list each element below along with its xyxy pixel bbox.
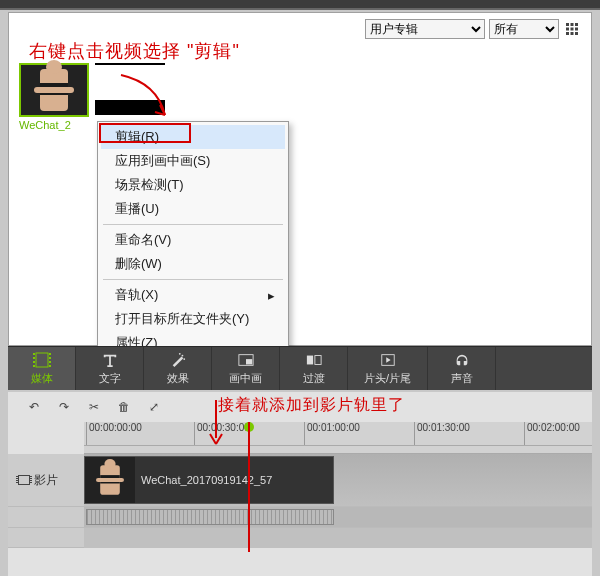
svg-rect-11 [33, 357, 35, 359]
svg-rect-2 [575, 23, 578, 26]
module-toolbar: 媒体 文字 效果 画中画 过渡 片头/片尾 声音 [8, 346, 592, 390]
audio-track [8, 507, 592, 528]
svg-rect-16 [49, 361, 51, 363]
video-clip[interactable]: WeChat_20170919142_57 [84, 456, 334, 504]
svg-rect-17 [49, 365, 51, 367]
svg-rect-13 [33, 365, 35, 367]
svg-rect-1 [571, 23, 574, 26]
svg-rect-0 [566, 23, 569, 26]
ruler-spacer [84, 446, 592, 454]
svg-rect-4 [571, 28, 574, 31]
svg-rect-6 [566, 32, 569, 35]
clip-title: WeChat_20170919142_57 [135, 474, 272, 486]
ctx-item-rename[interactable]: 重命名(V) [101, 228, 285, 252]
svg-rect-3 [566, 28, 569, 31]
ctx-item-delete[interactable]: 删除(W) [101, 252, 285, 276]
ctx-item-replay[interactable]: 重播(U) [101, 197, 285, 221]
annotation-top: 右键点击视频选择 "剪辑" [29, 39, 240, 63]
svg-rect-14 [49, 353, 51, 355]
svg-rect-9 [36, 353, 48, 367]
zoom-timeline-icon[interactable]: ⤢ [146, 399, 162, 415]
timeline-area: ↶ ↷ ✂ 🗑 ⤢ 接着就添加到影片轨里了 00:00:00:00 00:00:… [8, 392, 592, 576]
svg-rect-8 [575, 32, 578, 35]
tab-label: 过渡 [303, 371, 325, 386]
intro-icon [379, 351, 397, 369]
track-label-video: 影片 [8, 472, 84, 489]
tab-sound[interactable]: 声音 [428, 347, 496, 390]
ctx-item-pip[interactable]: 应用到画中画(S) [101, 149, 285, 173]
filter-row: 用户专辑 所有 [365, 19, 581, 39]
tab-intro-outro[interactable]: 片头/片尾 [348, 347, 428, 390]
playhead-line[interactable] [248, 422, 250, 552]
view-grid-icon[interactable] [563, 20, 581, 38]
context-menu: 剪辑(R) 应用到画中画(S) 场景检测(T) 重播(U) 重命名(V) 删除(… [97, 121, 289, 359]
svg-point-19 [183, 358, 185, 360]
video-lane[interactable]: WeChat_20170919142_57 [84, 454, 592, 506]
tab-media[interactable]: 媒体 [8, 347, 76, 390]
media-pane: 用户专辑 所有 WeChat_2 右键点击视频选择 "剪辑" 剪辑(R) 应用到… [8, 12, 592, 346]
ruler-tick: 00:00:00:00 [86, 422, 142, 445]
svg-rect-24 [314, 356, 320, 365]
ruler-tick: 00:01:30:00 [414, 422, 470, 445]
audio-waveform [86, 509, 334, 525]
album-select[interactable]: 用户专辑 [365, 19, 485, 39]
redo-icon[interactable]: ↷ [56, 399, 72, 415]
svg-rect-12 [33, 361, 35, 363]
svg-rect-5 [575, 28, 578, 31]
svg-rect-7 [571, 32, 574, 35]
timeline-ruler[interactable]: 00:00:00:00 00:00:30:00 00:01:00:00 00:0… [84, 422, 592, 446]
scope-select[interactable]: 所有 [489, 19, 559, 39]
ctx-item-edit[interactable]: 剪辑(R) [101, 125, 285, 149]
ctx-item-audio-track[interactable]: 音轨(X)▸ [101, 283, 285, 307]
ctx-separator [103, 224, 283, 225]
tab-label: 片头/片尾 [364, 371, 411, 386]
wand-icon [169, 351, 187, 369]
transition-icon [305, 351, 323, 369]
tab-transition[interactable]: 过渡 [280, 347, 348, 390]
tab-label: 效果 [167, 371, 189, 386]
cut-icon[interactable]: ✂ [86, 399, 102, 415]
video-track: 影片 WeChat_20170919142_57 [8, 454, 592, 507]
clip-thumbnail [85, 457, 135, 503]
tab-label: 画中画 [229, 371, 262, 386]
sound-icon [453, 351, 471, 369]
ruler-tick: 00:01:00:00 [304, 422, 360, 445]
tab-text[interactable]: 文字 [76, 347, 144, 390]
media-thumbnail-1[interactable]: WeChat_2 [19, 63, 89, 131]
chevron-right-icon: ▸ [268, 288, 275, 303]
thumbnail-caption: WeChat_2 [19, 119, 89, 131]
tab-label: 声音 [451, 371, 473, 386]
pip-icon [237, 351, 255, 369]
extra-lane[interactable] [84, 528, 592, 548]
film-icon [33, 351, 51, 369]
tab-label: 文字 [99, 371, 121, 386]
svg-rect-22 [246, 359, 252, 364]
film-icon [18, 475, 30, 485]
extra-track [8, 528, 592, 548]
annotation-bottom: 接着就添加到影片轨里了 [218, 395, 405, 416]
tab-pip[interactable]: 画中画 [212, 347, 280, 390]
tab-effects[interactable]: 效果 [144, 347, 212, 390]
tab-label: 媒体 [31, 371, 53, 386]
svg-rect-15 [49, 357, 51, 359]
audio-lane[interactable] [84, 507, 592, 527]
undo-icon[interactable]: ↶ [26, 399, 42, 415]
svg-point-20 [178, 353, 180, 355]
ctx-item-open-folder[interactable]: 打开目标所在文件夹(Y) [101, 307, 285, 331]
text-icon [101, 351, 119, 369]
svg-rect-23 [306, 356, 312, 365]
svg-rect-10 [33, 353, 35, 355]
ctx-separator [103, 279, 283, 280]
annotation-arrow-down-icon [206, 400, 226, 446]
svg-point-18 [181, 355, 183, 357]
ctx-item-scene-detect[interactable]: 场景检测(T) [101, 173, 285, 197]
title-bar [0, 0, 600, 10]
ruler-tick: 00:02:00:00 [524, 422, 580, 445]
trash-icon[interactable]: 🗑 [116, 399, 132, 415]
